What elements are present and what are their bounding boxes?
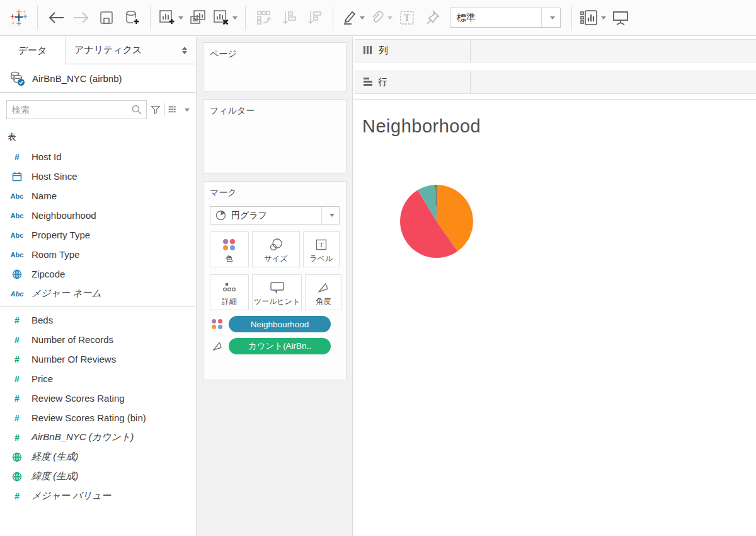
tab-analytics[interactable]: アナリティクス <box>65 37 196 64</box>
marks-card-label: マーク <box>210 187 340 199</box>
clear-sheet-icon[interactable] <box>212 5 238 30</box>
pages-shelf[interactable]: ページ <box>203 42 346 91</box>
add-datasource-icon[interactable] <box>121 5 142 30</box>
color-button[interactable]: 色 <box>210 231 249 267</box>
worksheet-view[interactable]: Neighborhood <box>353 99 756 536</box>
fields-sort-icon[interactable] <box>182 47 187 54</box>
pill-count-airbnb[interactable]: カウント(AirBn.. <box>229 338 331 354</box>
save-icon[interactable] <box>96 5 117 30</box>
view-mode-caret-icon[interactable] <box>541 8 560 27</box>
angle-icon <box>210 341 225 352</box>
clear-sheet-caret-icon[interactable] <box>232 16 238 20</box>
field-review-scores-rating-bin[interactable]: # Review Scores Rating (bin) <box>0 408 196 428</box>
search-input[interactable] <box>7 105 131 115</box>
text-abc-icon: Abc <box>8 290 26 298</box>
pie-chart <box>399 184 474 259</box>
list-view-caret-icon[interactable] <box>185 108 190 112</box>
toolbar-separator <box>150 6 151 30</box>
search-box[interactable] <box>6 100 147 119</box>
number-icon: # <box>8 393 26 404</box>
worksheet-canvas: 列 行 Neighborhood <box>353 37 756 536</box>
size-button[interactable]: サイズ <box>252 231 300 267</box>
search-row <box>0 93 196 125</box>
view-mode-select[interactable]: 標準 <box>450 8 561 28</box>
tab-analytics-label: アナリティクス <box>74 44 142 56</box>
number-icon: # <box>8 152 26 162</box>
size-icon <box>268 235 284 253</box>
pill-neighbourhood[interactable]: Neighbourhood <box>229 316 331 332</box>
columns-shelf[interactable]: 列 <box>355 39 756 62</box>
field-price[interactable]: # Price <box>0 369 196 388</box>
toolbar: T 標準 <box>0 0 756 36</box>
presentation-mode-icon[interactable] <box>610 5 631 30</box>
new-sheet-caret-icon[interactable] <box>178 16 183 20</box>
number-icon: # <box>8 374 26 384</box>
text-abc-icon: Abc <box>8 251 26 259</box>
text-abc-icon: Abc <box>8 192 26 200</box>
highlight-caret-icon[interactable] <box>360 16 365 20</box>
mark-type-caret-icon[interactable] <box>321 207 339 224</box>
field-property-type[interactable]: Abc Property Type <box>0 225 196 245</box>
show-me-caret-icon[interactable] <box>601 16 606 20</box>
filter-funnel-icon[interactable] <box>151 103 161 116</box>
tab-data[interactable]: データ <box>0 37 65 64</box>
field-host-id[interactable]: # Host Id <box>0 147 196 166</box>
globe-icon <box>8 452 26 462</box>
datasource-item[interactable]: AirBnB_NYC (airbnb) <box>0 64 196 93</box>
field-review-scores-rating[interactable]: # Review Scores Rating <box>0 388 196 408</box>
field-beds[interactable]: # Beds <box>0 310 196 330</box>
label-icon: T <box>315 235 328 253</box>
mini-separator <box>164 103 165 117</box>
view-mode-value: 標準 <box>450 12 541 24</box>
field-zipcode[interactable]: Zipcode <box>0 264 196 284</box>
columns-icon <box>364 45 373 56</box>
number-icon: # <box>8 354 26 364</box>
toolbar-separator <box>333 6 333 30</box>
field-longitude-generated[interactable]: 経度 (生成) <box>0 447 196 467</box>
rows-shelf[interactable]: 行 <box>355 71 756 94</box>
field-measure-names[interactable]: Abc メジャー ネーム <box>0 284 196 303</box>
detail-icon <box>222 278 236 296</box>
rows-shelf-label: 行 <box>355 71 471 93</box>
tableau-logo[interactable] <box>8 5 30 30</box>
label-button[interactable]: T ラベル <box>303 231 340 267</box>
back-arrow-icon[interactable] <box>45 5 67 30</box>
angle-icon <box>317 278 329 296</box>
mark-type-value: 円グラフ <box>231 210 267 221</box>
sort-ascending-icon <box>278 5 300 30</box>
detail-button[interactable]: 詳細 <box>210 274 249 310</box>
new-dashboard-icon[interactable] <box>187 5 209 30</box>
data-pane: データ アナリティクス AirBnB_NYC (airbnb) <box>0 37 197 536</box>
group-members-icon <box>369 5 392 30</box>
tableau-window: T 標準 <box>0 0 756 536</box>
field-name[interactable]: Abc Name <box>0 186 196 206</box>
field-number-of-records[interactable]: # Number of Records <box>0 330 196 349</box>
highlight-icon[interactable] <box>341 5 365 30</box>
field-room-type[interactable]: Abc Room Type <box>0 245 196 264</box>
fix-axes-pin-icon <box>421 5 443 30</box>
filters-shelf-label: フィルター <box>210 105 340 117</box>
show-me-icon[interactable] <box>580 5 606 30</box>
pane-tabs: データ アナリティクス <box>0 37 196 64</box>
rows-drop-area[interactable] <box>471 71 756 93</box>
number-icon: # <box>8 413 26 423</box>
tooltip-button[interactable]: ツールヒント <box>252 274 302 310</box>
worksheet-title: Neighborhood <box>362 116 481 137</box>
columns-drop-area[interactable] <box>471 40 756 62</box>
view-as-list-icon[interactable] <box>168 104 178 115</box>
field-host-since[interactable]: Host Since <box>0 166 196 186</box>
field-measure-values[interactable]: # メジャー バリュー <box>0 486 196 506</box>
field-number-of-reviews[interactable]: # Number Of Reviews <box>0 349 196 369</box>
globe-icon <box>8 269 26 279</box>
filters-shelf[interactable]: フィルター <box>203 99 346 173</box>
field-latitude-generated[interactable]: 緯度 (生成) <box>0 467 196 486</box>
dimension-measure-divider <box>0 306 196 307</box>
field-neighbourhood[interactable]: Abc Neighbourhood <box>0 206 196 225</box>
color-icon <box>210 319 225 329</box>
angle-button[interactable]: 角度 <box>305 274 341 310</box>
pages-shelf-label: ページ <box>210 49 340 60</box>
field-airbnb-nyc-count[interactable]: # AirBnB_NYC (カウント) <box>0 428 196 447</box>
mark-type-select[interactable]: 円グラフ <box>210 206 340 224</box>
new-worksheet-icon[interactable] <box>158 5 183 30</box>
columns-shelf-label: 列 <box>355 40 471 62</box>
